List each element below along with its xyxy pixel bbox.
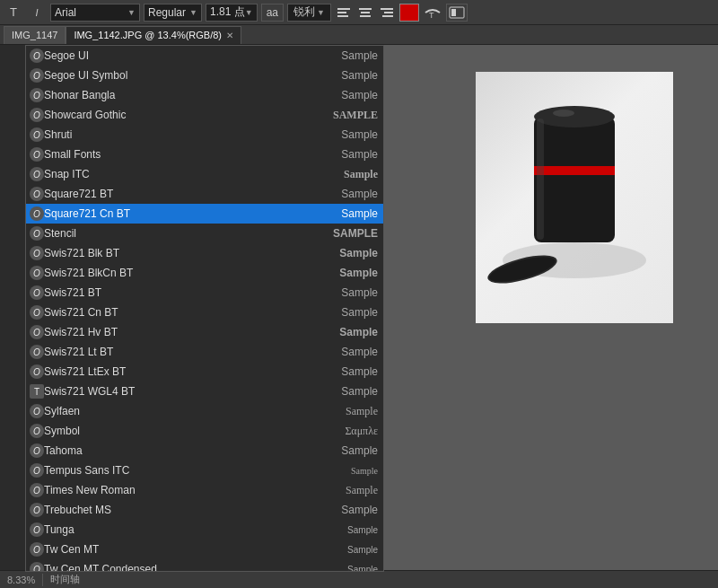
font-item-name: Segoe UI Symbol bbox=[44, 69, 334, 82]
mode-status: 时间轴 bbox=[50, 573, 80, 586]
font-list-item[interactable]: OTrebuchet MSSample bbox=[26, 500, 383, 520]
status-divider bbox=[42, 574, 43, 586]
font-item-name: Swis721 Hv BT bbox=[44, 326, 332, 338]
font-item-name: Swis721 Cn BT bbox=[44, 306, 334, 319]
svg-rect-4 bbox=[361, 12, 370, 13]
font-size-selector[interactable]: 1.81 点 ▼ bbox=[206, 4, 258, 22]
antialiasing-value: 锐利 bbox=[293, 4, 315, 20]
font-list-item[interactable]: OShowcard GothicSAMPLE bbox=[26, 105, 383, 125]
align-right-button[interactable] bbox=[378, 4, 396, 22]
font-list-item[interactable]: OTungaSample bbox=[26, 520, 383, 540]
font-type-icon: O bbox=[30, 206, 44, 221]
font-item-preview: SAMPLE bbox=[333, 227, 378, 240]
warp-text-button[interactable]: T bbox=[423, 4, 442, 22]
font-dropdown[interactable]: OSegoe UISampleOSegoe UI SymbolSampleOSh… bbox=[25, 45, 384, 572]
font-list-item[interactable]: OSylfaenSample bbox=[26, 401, 383, 421]
antialiasing-selector[interactable]: 锐利 ▼ bbox=[287, 4, 331, 22]
align-left-icon bbox=[337, 7, 350, 18]
font-item-preview: Sample bbox=[347, 565, 378, 572]
aa-button[interactable]: aa bbox=[261, 4, 284, 22]
font-item-preview: Sample bbox=[341, 69, 378, 82]
font-list-item[interactable]: OSwis721 BlkCn BTSample bbox=[26, 263, 383, 283]
font-type-icon: O bbox=[30, 147, 44, 162]
svg-rect-1 bbox=[337, 12, 346, 13]
font-list-item[interactable]: OSwis721 Cn BTSample bbox=[26, 303, 383, 322]
font-list-item[interactable]: OSymbolΣαμπλε bbox=[26, 421, 383, 441]
align-center-button[interactable] bbox=[356, 4, 374, 22]
font-list-item[interactable]: OSegoe UI SymbolSample bbox=[26, 66, 383, 85]
text-tool-icon[interactable]: T bbox=[4, 3, 23, 22]
text-color-swatch[interactable] bbox=[399, 4, 419, 22]
font-list-item[interactable]: OShrutiSample bbox=[26, 125, 383, 145]
aa-label: aa bbox=[267, 6, 278, 19]
font-list-item[interactable]: OSwis721 Lt BTSample bbox=[26, 342, 383, 362]
svg-rect-7 bbox=[384, 12, 393, 13]
warp-icon: T bbox=[424, 5, 442, 20]
font-item-name: Segoe UI bbox=[44, 49, 334, 62]
font-list-item[interactable]: OShonar BanglaSample bbox=[26, 85, 383, 105]
font-item-name: Trebuchet MS bbox=[44, 504, 334, 516]
font-type-icon: O bbox=[30, 285, 44, 300]
font-type-icon: O bbox=[30, 88, 44, 102]
font-list-item[interactable]: OSnap ITCSample bbox=[26, 164, 383, 184]
font-list-item[interactable]: OStencilSAMPLE bbox=[26, 224, 383, 243]
zoom-value: 8.33% bbox=[7, 575, 35, 585]
font-type-icon: O bbox=[30, 542, 44, 557]
font-type-icon: O bbox=[30, 483, 44, 497]
font-type-icon: O bbox=[30, 266, 44, 280]
font-type-icon: O bbox=[30, 562, 44, 571]
font-name-value: Arial bbox=[55, 6, 76, 19]
font-name-selector[interactable]: Arial ▼ bbox=[50, 4, 140, 22]
svg-point-15 bbox=[534, 106, 615, 127]
options-button[interactable] bbox=[446, 4, 468, 22]
font-type-icon: O bbox=[30, 345, 44, 359]
font-type-icon: O bbox=[30, 522, 44, 537]
font-list-item[interactable]: OSquare721 BTSample bbox=[26, 184, 383, 204]
align-center-icon bbox=[359, 7, 372, 18]
font-item-name: Tahoma bbox=[44, 444, 334, 457]
font-item-preview: Sample bbox=[341, 346, 378, 358]
font-type-icon: O bbox=[30, 463, 44, 478]
font-list-item[interactable]: OTempus Sans ITCSample bbox=[26, 461, 383, 480]
font-list-item[interactable]: OSquare721 Cn BTSample bbox=[26, 204, 383, 224]
font-list-item[interactable]: TSwis721 WGL4 BTSample bbox=[26, 382, 383, 401]
font-list-item[interactable]: OSwis721 LtEx BTSample bbox=[26, 362, 383, 382]
font-type-icon: O bbox=[30, 226, 44, 241]
font-list[interactable]: OSegoe UISampleOSegoe UI SymbolSampleOSh… bbox=[26, 46, 383, 571]
svg-text:T: T bbox=[429, 11, 434, 20]
font-item-name: Swis721 Lt BT bbox=[44, 346, 334, 358]
font-item-name: Tw Cen MT Condensed bbox=[44, 563, 340, 571]
font-item-preview: Sample bbox=[339, 267, 378, 279]
font-list-item[interactable]: OSwis721 Hv BTSample bbox=[26, 322, 383, 342]
svg-rect-5 bbox=[360, 15, 371, 17]
zoom-status: 8.33% bbox=[7, 575, 35, 585]
font-item-preview: Sample bbox=[346, 405, 378, 418]
font-type-icon: O bbox=[30, 187, 44, 201]
font-list-item[interactable]: OSwis721 Blk BTSample bbox=[26, 243, 383, 263]
svg-rect-14 bbox=[534, 166, 615, 175]
tab-img1147-label: IMG_1147 bbox=[12, 30, 57, 40]
font-list-item[interactable]: OTw Cen MT CondensedSample bbox=[26, 559, 383, 571]
tab-img1142[interactable]: IMG_1142.JPG @ 13.4%(RGB/8) ✕ bbox=[66, 26, 241, 44]
svg-rect-6 bbox=[381, 8, 393, 10]
font-list-item[interactable]: OTw Cen MTSample bbox=[26, 540, 383, 559]
font-style-selector[interactable]: Regular ▼ bbox=[144, 4, 202, 22]
font-type-icon: O bbox=[30, 443, 44, 458]
canvas-image bbox=[476, 72, 673, 323]
toolbar: T I Arial ▼ Regular ▼ 1.81 点 ▼ aa 锐利 ▼ bbox=[0, 0, 718, 25]
svg-rect-2 bbox=[337, 15, 348, 17]
align-left-button[interactable] bbox=[335, 4, 353, 22]
font-type-icon: O bbox=[30, 108, 44, 122]
font-item-name: Swis721 WGL4 BT bbox=[44, 385, 334, 398]
tab-img1147[interactable]: IMG_1147 bbox=[4, 26, 66, 44]
font-item-preview: Sample bbox=[341, 188, 378, 200]
font-list-item[interactable]: OSegoe UISample bbox=[26, 46, 383, 66]
font-item-preview: Sample bbox=[341, 286, 378, 299]
font-list-item[interactable]: OSmall FontsSample bbox=[26, 145, 383, 164]
font-list-item[interactable]: OTahomaSample bbox=[26, 441, 383, 461]
font-list-item[interactable]: OTimes New RomanSample bbox=[26, 480, 383, 500]
italic-tool-icon[interactable]: I bbox=[27, 3, 47, 22]
font-type-icon: O bbox=[30, 325, 44, 339]
font-list-item[interactable]: OSwis721 BTSample bbox=[26, 283, 383, 303]
tab-img1142-close[interactable]: ✕ bbox=[226, 31, 233, 40]
